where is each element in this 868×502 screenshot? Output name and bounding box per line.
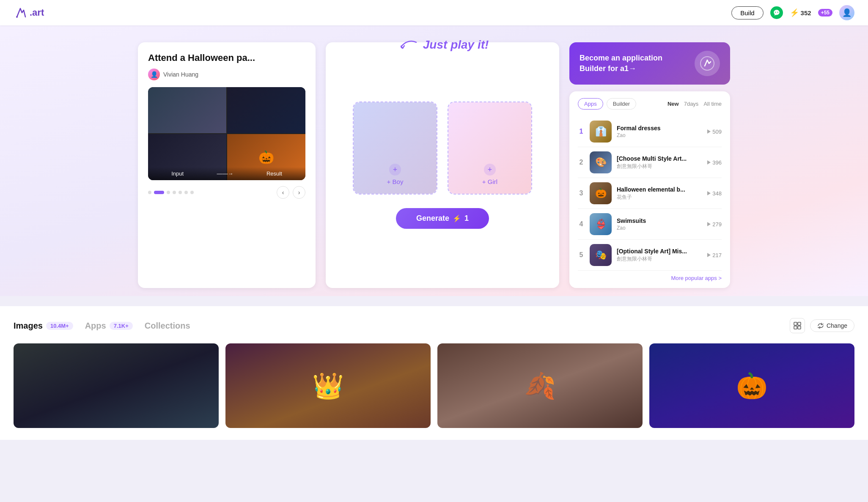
generate-label: Generate bbox=[416, 214, 449, 223]
image-card-2[interactable]: 👑 bbox=[225, 343, 431, 428]
upload-cards: + + Boy + + Girl bbox=[353, 101, 532, 195]
pagination-area: ‹ › bbox=[148, 186, 305, 199]
preview-label-bar: Input ——→ Result bbox=[148, 167, 305, 180]
app-list-item-4[interactable]: 4 👙 Swimsuits Zao 279 bbox=[578, 209, 722, 240]
promo-banner[interactable]: Become an application Builder for a1→ bbox=[569, 42, 730, 85]
more-popular-link[interactable]: More popular apps > bbox=[578, 275, 722, 281]
app-plays-3: 348 bbox=[707, 190, 722, 197]
image-card-3[interactable]: 🍂 bbox=[437, 343, 643, 428]
app-plays-5: 217 bbox=[707, 252, 722, 258]
apps-list-panel: Apps Builder New 7days All time 1 👔 Form… bbox=[569, 91, 730, 288]
app-info-2: [Choose Multi Style Art... 創意無限小林哥 bbox=[617, 155, 702, 170]
rank-4: 4 bbox=[578, 220, 585, 228]
play-icon-3 bbox=[707, 191, 711, 195]
apps-tabs: Apps Builder bbox=[578, 98, 636, 110]
boy-upload-card[interactable]: + + Boy bbox=[353, 101, 437, 195]
logo-text: .art bbox=[30, 7, 44, 18]
preview-arrow: ——→ bbox=[217, 170, 233, 177]
app-creator-1: Zao bbox=[617, 132, 702, 138]
plus-badge: +55 bbox=[818, 9, 832, 16]
app-plays-2: 396 bbox=[707, 159, 722, 166]
view-toggle-button[interactable] bbox=[790, 318, 805, 333]
lightning-count-area[interactable]: ⚡ 352 bbox=[790, 8, 811, 17]
dot-6 bbox=[184, 191, 188, 194]
filter-alltime[interactable]: All time bbox=[703, 101, 722, 107]
app-thumb-2: 🎨 bbox=[590, 151, 612, 173]
image-grid: 👑 🍂 🎃 bbox=[14, 343, 854, 428]
filter-7days[interactable]: 7days bbox=[684, 101, 699, 107]
apps-badge: 7.1K+ bbox=[110, 322, 133, 330]
app-info-5: [Optional Style Art] Mis... 創意無限小林哥 bbox=[617, 248, 702, 263]
app-author-area: 👤 Vivian Huang bbox=[148, 69, 305, 80]
image-preview-grid: 🎃 Input ——→ Result bbox=[148, 87, 305, 180]
generate-button[interactable]: Generate ⚡ 1 bbox=[396, 208, 489, 229]
logo-icon bbox=[14, 6, 27, 19]
app-list-item-2[interactable]: 2 🎨 [Choose Multi Style Art... 創意無限小林哥 3… bbox=[578, 147, 722, 178]
images-label: Images bbox=[14, 321, 43, 331]
header: .art Build ⚡ 352 +55 👤 bbox=[0, 0, 868, 25]
app-name-3: Halloween elemental b... bbox=[617, 186, 702, 193]
dot-1 bbox=[148, 191, 151, 194]
play-icon-1 bbox=[707, 129, 711, 134]
svg-rect-3 bbox=[798, 322, 801, 325]
nav-collections[interactable]: Collections bbox=[145, 321, 190, 331]
boy-plus-icon: + bbox=[389, 164, 401, 176]
prev-arrow-button[interactable]: ‹ bbox=[277, 186, 289, 199]
author-name: Vivian Huang bbox=[163, 71, 198, 78]
change-label: Change bbox=[827, 322, 847, 329]
app-title: Attend a Halloween pa... bbox=[148, 52, 305, 63]
nav-apps[interactable]: Apps 7.1K+ bbox=[85, 321, 133, 331]
image-card-4[interactable]: 🎃 bbox=[649, 343, 854, 428]
tab-builder[interactable]: Builder bbox=[607, 98, 636, 110]
change-button[interactable]: Change bbox=[810, 319, 854, 332]
play-icon-5 bbox=[707, 253, 711, 257]
girl-upload-card[interactable]: + + Girl bbox=[448, 101, 532, 195]
promo-text-area: Become an application Builder for a1→ bbox=[580, 53, 673, 74]
dot-5 bbox=[179, 191, 182, 194]
bottom-section: Images 10.4M+ Apps 7.1K+ Collections bbox=[0, 306, 868, 440]
next-arrow-button[interactable]: › bbox=[293, 186, 305, 199]
app-creator-4: Zao bbox=[617, 225, 702, 231]
play-count-1: 509 bbox=[712, 129, 722, 135]
image-overlay-1 bbox=[14, 343, 219, 428]
app-creator-2: 創意無限小林哥 bbox=[617, 163, 702, 170]
collections-label: Collections bbox=[145, 321, 190, 331]
rank-5: 5 bbox=[578, 251, 585, 259]
app-thumb-3: 🎃 bbox=[590, 182, 612, 204]
build-button[interactable]: Build bbox=[731, 6, 763, 19]
image-card-1[interactable] bbox=[14, 343, 219, 428]
tab-apps[interactable]: Apps bbox=[578, 98, 603, 110]
app-list-item-1[interactable]: 1 👔 Formal dresses Zao 509 bbox=[578, 116, 722, 147]
play-icon-2 bbox=[707, 160, 711, 165]
filter-new[interactable]: New bbox=[667, 101, 679, 107]
preview-input-label: Input bbox=[171, 170, 184, 177]
app-name-2: [Choose Multi Style Art... bbox=[617, 155, 702, 162]
time-filters: New 7days All time bbox=[667, 101, 722, 107]
app-creator-5: 創意無限小林哥 bbox=[617, 255, 702, 263]
play-count-5: 217 bbox=[712, 252, 722, 258]
app-list-item-5[interactable]: 5 🎭 [Optional Style Art] Mis... 創意無限小林哥 … bbox=[578, 240, 722, 271]
dot-4 bbox=[173, 191, 176, 194]
bottom-nav-right: Change bbox=[790, 318, 854, 333]
boy-card-content: + + Boy bbox=[387, 164, 404, 185]
dots-group bbox=[148, 191, 194, 194]
logo[interactable]: .art bbox=[14, 6, 44, 19]
play-count-4: 279 bbox=[712, 221, 722, 228]
rank-3: 3 bbox=[578, 189, 585, 197]
promo-text: Become an application Builder for a1→ bbox=[580, 53, 673, 74]
preview-result-label: Result bbox=[266, 170, 282, 177]
author-avatar-icon: 👤 bbox=[148, 69, 160, 80]
girl-plus-icon: + bbox=[484, 164, 496, 176]
svg-point-0 bbox=[16, 16, 18, 18]
nav-images[interactable]: Images 10.4M+ bbox=[14, 321, 73, 331]
app-info-3: Halloween elemental b... 花鱼子 bbox=[617, 186, 702, 201]
dot-2-active bbox=[154, 191, 164, 194]
app-list-item-3[interactable]: 3 🎃 Halloween elemental b... 花鱼子 348 bbox=[578, 178, 722, 209]
lightning-icon: ⚡ bbox=[790, 8, 799, 17]
app-name-1: Formal dresses bbox=[617, 125, 702, 132]
rank-2: 2 bbox=[578, 159, 585, 166]
images-badge: 10.4M+ bbox=[46, 322, 73, 330]
girl-card-content: + + Girl bbox=[482, 164, 497, 185]
user-avatar[interactable]: 👤 bbox=[839, 5, 854, 20]
wechat-icon[interactable] bbox=[770, 6, 783, 19]
